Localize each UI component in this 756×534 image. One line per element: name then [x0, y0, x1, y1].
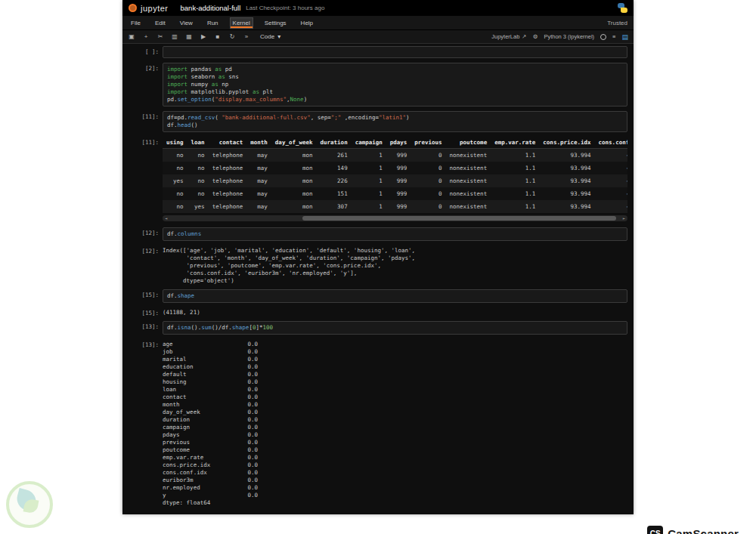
external-link-icon: ↗: [522, 33, 526, 40]
notebook-cell[interactable]: [15]:df.shape: [124, 289, 627, 303]
menu-icon[interactable]: ≡: [612, 33, 615, 40]
cell-output: Index(['age', 'job', 'marital', 'educati…: [163, 245, 627, 285]
code-editor[interactable]: df.isna().sum()/df.shape[0]*100: [163, 321, 627, 335]
cell-type-label: Code: [260, 33, 274, 40]
notebook-title[interactable]: bank-additional-full: [181, 4, 241, 12]
run-cell-icon[interactable]: ▶: [200, 33, 207, 41]
grid-icon[interactable]: ▤: [621, 33, 628, 41]
kernel-status-icon: [600, 34, 606, 40]
checkpoint-text: Last Checkpoint: 3 hours ago: [246, 5, 324, 11]
cell-prompt: [11]:: [124, 137, 163, 223]
cell-prompt: [ ]:: [124, 46, 163, 58]
code-editor[interactable]: df.columns: [163, 227, 627, 241]
cell-prompt: [15]:: [124, 307, 163, 316]
cell-prompt: [12]:: [124, 245, 163, 285]
watermark-logo: [6, 481, 53, 528]
scroll-right-icon[interactable]: ►: [623, 215, 625, 221]
toolbar-icons: ▣+✂▥▦▶■↻»: [128, 33, 250, 41]
table-row: noyestelephonemaymon30719990nonexistent1…: [163, 200, 627, 213]
toolbar-right: JupyterLab ↗ ⚙ Python 3 (ipykernel) ≡ ▤: [491, 33, 628, 41]
kernel-name[interactable]: Python 3 (ipykernel): [544, 33, 594, 40]
cell-prompt: [13]:: [124, 321, 163, 335]
python-logo-icon: [618, 3, 627, 13]
jupyter-logo-icon: [129, 4, 137, 12]
titlebar: jupyter bank-additional-full Last Checkp…: [122, 0, 634, 16]
notebook-cell[interactable]: [12]:df.columns: [124, 227, 627, 241]
jupyterlab-label: JupyterLab: [491, 33, 519, 40]
notebook-cell[interactable]: [13]:df.isna().sum()/df.shape[0]*100: [124, 321, 627, 335]
save-icon[interactable]: ▣: [128, 33, 135, 41]
cell-prompt: [15]:: [124, 289, 163, 303]
gear-icon[interactable]: ⚙: [533, 33, 538, 40]
trusted-badge[interactable]: Trusted: [607, 20, 627, 26]
notebook-cell[interactable]: [13]:age0.0job0.0marital0.0education0.0d…: [124, 339, 627, 507]
notebook-cell[interactable]: [ ]:: [124, 46, 627, 58]
jupyterlab-link[interactable]: JupyterLab ↗: [491, 33, 526, 40]
brand-text: jupyter: [141, 4, 169, 13]
code-editor[interactable]: df=pd.read_csv( "bank-additional-full.cs…: [163, 111, 627, 132]
cell-prompt: [12]:: [124, 227, 163, 241]
restart-kernel-icon[interactable]: ↻: [228, 33, 236, 41]
cell-output: (41188, 21): [163, 307, 627, 316]
dataframe-table: usingloancontactmonthday_of_weekduration…: [163, 137, 627, 213]
cell-output: age0.0job0.0marital0.0education0.0defaul…: [163, 339, 627, 507]
menu-item-settings[interactable]: Settings: [262, 18, 289, 28]
copy-cells-icon[interactable]: ▥: [171, 33, 178, 41]
cell-prompt: [11]:: [124, 111, 163, 132]
code-editor[interactable]: import pandas as pdimport seaborn as sns…: [163, 63, 627, 106]
camscanner-badge: CS: [647, 526, 663, 534]
menu-item-edit[interactable]: Edit: [153, 18, 168, 28]
restart-run-all-icon[interactable]: »: [243, 33, 250, 41]
camscanner-text: CamScanner: [668, 527, 739, 534]
cell-prompt: [2]:: [124, 63, 163, 106]
scrollbar-thumb[interactable]: [302, 216, 616, 221]
code-editor[interactable]: df.shape: [163, 289, 627, 303]
menu-item-help[interactable]: Help: [299, 18, 315, 28]
notebook-cells: [ ]:[2]:import pandas as pdimport seabor…: [122, 44, 634, 514]
notebook-cell[interactable]: [15]:(41188, 21): [124, 307, 627, 316]
add-cell-icon[interactable]: +: [142, 33, 150, 41]
toolbar: ▣+✂▥▦▶■↻» Code ▾ JupyterLab ↗ ⚙ Python 3…: [122, 30, 634, 44]
menubar: FileEditViewRunKernelSettingsHelpTrusted: [122, 16, 634, 30]
horizontal-scrollbar[interactable]: ◄►: [163, 215, 627, 221]
notebook-cell[interactable]: [2]:import pandas as pdimport seaborn as…: [124, 63, 627, 106]
notebook-cell[interactable]: [12]:Index(['age', 'job', 'marital', 'ed…: [124, 245, 627, 285]
table-row: yesnotelephonemaymon22619990nonexistent1…: [163, 174, 627, 187]
cell-prompt: [13]:: [124, 339, 163, 507]
cell-output: usingloancontactmonthday_of_weekduration…: [163, 137, 627, 223]
menu-item-file[interactable]: File: [129, 18, 143, 28]
menu-item-kernel[interactable]: Kernel: [231, 18, 253, 28]
table-row: nonotelephonemaymon14919990nonexistent1.…: [163, 162, 627, 174]
table-row: nonotelephonemaymon26119990nonexistent1.…: [163, 149, 627, 162]
stop-kernel-icon[interactable]: ■: [214, 33, 222, 41]
menu-item-run[interactable]: Run: [205, 18, 221, 28]
code-editor[interactable]: [163, 46, 627, 58]
table-row: nonotelephonemaymon15119990nonexistent1.…: [163, 187, 627, 200]
cell-type-dropdown[interactable]: Code ▾: [260, 33, 280, 40]
chevron-down-icon: ▾: [277, 33, 280, 40]
menu-item-view[interactable]: View: [178, 18, 195, 28]
cut-cells-icon[interactable]: ✂: [156, 33, 164, 41]
notebook-cell[interactable]: [11]:usingloancontactmonthday_of_weekdur…: [124, 137, 627, 223]
jupyter-window: jupyter bank-additional-full Last Checkp…: [122, 0, 634, 514]
paste-cells-icon[interactable]: ▦: [185, 33, 193, 41]
camscanner-logo: CS CamScanner: [647, 526, 739, 534]
scroll-left-icon[interactable]: ◄: [165, 215, 167, 221]
notebook-cell[interactable]: [11]:df=pd.read_csv( "bank-additional-fu…: [124, 111, 627, 132]
